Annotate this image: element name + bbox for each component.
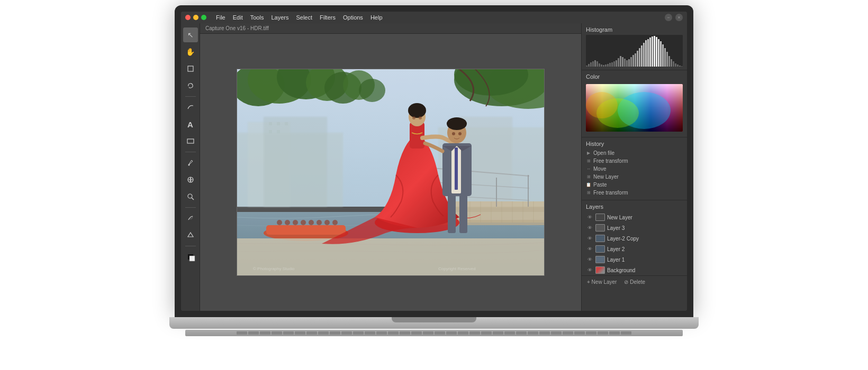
color-picker[interactable]	[586, 84, 683, 132]
svg-rect-87	[592, 61, 594, 67]
zoom-tool[interactable]	[183, 189, 198, 204]
crop-tool[interactable]	[183, 61, 198, 76]
traffic-lights	[185, 15, 206, 20]
svg-point-135	[586, 92, 618, 118]
svg-rect-127	[677, 64, 679, 67]
layer-2[interactable]: 👁 Layer 2	[584, 244, 685, 254]
layer-eye-2[interactable]: 👁	[586, 225, 593, 231]
layer-eye-4[interactable]: 👁	[586, 246, 593, 252]
layer-1[interactable]: 👁 Layer 1	[584, 254, 685, 265]
layer-thumb-bg	[595, 266, 605, 274]
svg-rect-102	[624, 59, 626, 67]
menu-select[interactable]: Select	[293, 13, 315, 22]
key-22	[481, 331, 492, 335]
svg-rect-121	[664, 48, 666, 67]
rectangle-tool[interactable]	[183, 134, 198, 149]
key-10	[341, 331, 352, 335]
close-win[interactable]: ×	[675, 14, 683, 21]
layer-eye-3[interactable]: 👁	[586, 235, 593, 242]
key-25	[516, 331, 527, 335]
layer-eye-6[interactable]: 👁	[586, 267, 593, 273]
delete-layer-button[interactable]: ⊘ Delete	[622, 278, 647, 286]
svg-rect-119	[660, 41, 662, 67]
svg-rect-106	[632, 55, 634, 67]
layer-eye-5[interactable]: 👁	[586, 256, 593, 263]
history-item-2[interactable]: ⊞ Free transform	[584, 157, 685, 165]
layer-2-copy[interactable]: 👁 Layer-2 Copy	[584, 233, 685, 244]
cursor-tool[interactable]: ↖	[183, 27, 198, 42]
hand-tool[interactable]: ✋	[183, 44, 198, 59]
close-button[interactable]	[185, 15, 191, 20]
menu-options[interactable]: Options	[340, 13, 366, 22]
menu-layers[interactable]: Layers	[268, 13, 292, 22]
dropper-tool[interactable]	[183, 155, 198, 170]
laptop-wrapper: File Edit Tools Layers Select Filters Op…	[169, 5, 699, 365]
layers-list: 👁 New Layer 👁 Layer 3 👁	[582, 212, 687, 275]
svg-rect-90	[599, 63, 600, 67]
key-23	[493, 331, 503, 335]
lasso-tool[interactable]	[183, 78, 198, 93]
history-item-1[interactable]: ▶ Open file	[584, 149, 685, 157]
app-content: ↖ ✋	[181, 23, 687, 311]
history-item-5[interactable]: 📋 Paste	[584, 181, 685, 189]
menu-tools[interactable]: Tools	[247, 13, 267, 22]
layer-thumb-2	[595, 224, 605, 232]
history-icon-1: ▶	[586, 151, 591, 156]
history-item-6[interactable]: ⊞ Free transform	[584, 189, 685, 197]
new-layer-button[interactable]: + New Layer	[585, 278, 619, 286]
svg-rect-118	[658, 39, 659, 67]
svg-rect-101	[622, 57, 623, 67]
photo-canvas: © Photography Studio Copyright Reserved	[237, 69, 545, 276]
layer-3[interactable]: 👁 Layer 3	[584, 223, 685, 233]
svg-rect-126	[675, 63, 676, 67]
layer-name-3: Layer-2 Copy	[607, 236, 683, 242]
menu-items: File Edit Tools Layers Select Filters Op…	[213, 13, 386, 22]
toolbar-separator-4	[185, 246, 196, 246]
menu-filters[interactable]: Filters	[317, 13, 339, 22]
maximize-button[interactable]	[201, 15, 206, 20]
layer-name-2: Layer 3	[607, 225, 683, 231]
history-icon-2: ⊞	[586, 159, 591, 164]
toolbar-separator-1	[185, 96, 196, 97]
svg-rect-92	[603, 65, 604, 67]
svg-rect-97	[613, 61, 615, 67]
svg-rect-107	[635, 53, 636, 67]
history-label-2: Free transform	[593, 158, 628, 164]
history-list: ▶ Open file ⊞ Free transform ↔ Move	[582, 149, 687, 197]
layer-eye-1[interactable]: 👁	[586, 214, 593, 220]
text-tool[interactable]: A	[183, 117, 198, 132]
svg-rect-8	[189, 256, 195, 261]
key-2	[248, 331, 259, 335]
minimize-button[interactable]	[193, 15, 198, 20]
layer-background[interactable]: 👁 Background	[584, 265, 685, 275]
foreground-color[interactable]	[183, 249, 198, 264]
svg-rect-99	[618, 58, 619, 67]
key-18	[435, 331, 445, 335]
svg-rect-0	[188, 66, 193, 71]
history-item-3[interactable]: ↔ Move	[584, 165, 685, 173]
histogram-title: Histogram	[582, 23, 687, 35]
globe-tool[interactable]	[183, 172, 198, 187]
key-17	[423, 331, 433, 335]
menu-file[interactable]: File	[213, 13, 229, 22]
smudge-tool[interactable]	[183, 211, 198, 226]
key-11	[353, 331, 364, 335]
svg-rect-86	[590, 62, 592, 67]
levels-tool[interactable]	[183, 228, 198, 243]
history-item-4[interactable]: ⊞ New Layer	[584, 173, 685, 181]
history-title: History	[582, 137, 687, 149]
history-icon-6: ⊞	[586, 190, 591, 196]
svg-rect-124	[671, 59, 672, 67]
history-label-5: Paste	[593, 182, 607, 188]
curve-tool[interactable]	[183, 100, 198, 115]
history-icon-4: ⊞	[586, 174, 591, 180]
canvas-content[interactable]: © Photography Studio Copyright Reserved	[200, 34, 581, 311]
layer-new-layer[interactable]: 👁 New Layer	[584, 212, 685, 223]
minimize-win[interactable]: −	[665, 14, 672, 21]
menu-edit[interactable]: Edit	[230, 13, 246, 22]
layer-name-bg: Background	[607, 267, 683, 273]
svg-rect-113	[647, 39, 649, 67]
menu-help[interactable]: Help	[367, 13, 386, 22]
history-label-4: New Layer	[593, 174, 619, 180]
svg-rect-94	[607, 64, 609, 67]
